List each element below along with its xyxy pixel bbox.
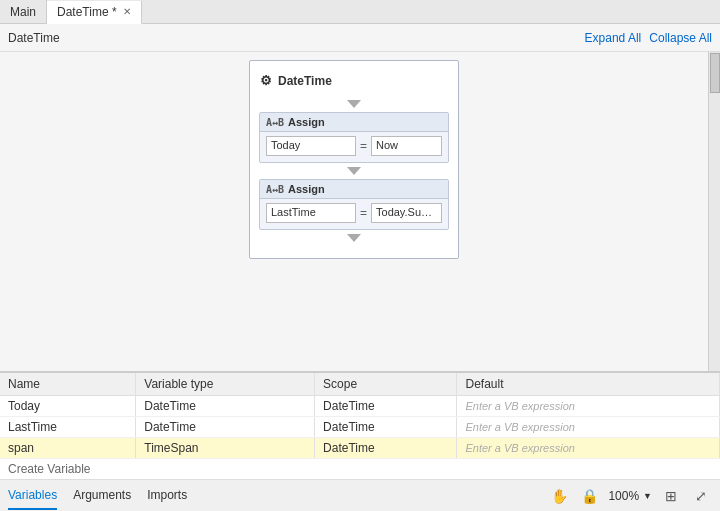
bottom-tabs: Variables Arguments Imports ✋ 🔒 100% ▼ ⊞… [0, 479, 720, 511]
design-header: DateTime Expand All Collapse All [0, 24, 720, 52]
var-default-placeholder: Enter a VB expression [465, 421, 574, 433]
variables-table: Name Variable type Scope Default TodayDa… [0, 373, 720, 459]
table-header-row: Name Variable type Scope Default [0, 373, 720, 396]
tab-main[interactable]: Main [0, 0, 47, 23]
container-header: ⚙ DateTime [250, 69, 342, 96]
assign-row-1: Today = Now [260, 132, 448, 156]
hand-tool-icon[interactable]: ✋ [548, 485, 570, 507]
zoom-controls: 100% ▼ [608, 489, 652, 503]
canvas-area: ⚙ DateTime A↔B Assign Today = Now [0, 52, 720, 372]
tab-arguments-label: Arguments [73, 488, 131, 502]
create-variable[interactable]: Create Variable [0, 459, 720, 479]
col-scope: Scope [315, 373, 457, 396]
assign-header-1: A↔B Assign [260, 113, 448, 132]
var-type: DateTime [136, 417, 315, 438]
arrow-down-1 [347, 100, 361, 108]
assign-label-2: Assign [288, 183, 325, 195]
scrollbar-thumb[interactable] [710, 53, 720, 93]
zoom-value: 100% [608, 489, 639, 503]
tab-variables[interactable]: Variables [8, 482, 57, 510]
breadcrumb: DateTime [8, 31, 60, 45]
table-row[interactable]: LastTimeDateTimeDateTimeEnter a VB expre… [0, 417, 720, 438]
assign-row-2: LastTime = Today.Subtract(s [260, 199, 448, 223]
var-name: span [0, 438, 136, 459]
fit-screen-icon[interactable]: ⊞ [660, 485, 682, 507]
assign-label-1: Assign [288, 116, 325, 128]
var-type: TimeSpan [136, 438, 315, 459]
col-default: Default [457, 373, 720, 396]
collapse-all-button[interactable]: Collapse All [649, 31, 712, 45]
assign-eq-1: = [360, 139, 367, 153]
assign-header-2: A↔B Assign [260, 180, 448, 199]
assign-icon-2: A↔B [266, 184, 284, 195]
expand-collapse-actions: Expand All Collapse All [585, 31, 712, 45]
container-title: DateTime [278, 74, 332, 88]
var-default[interactable]: Enter a VB expression [457, 417, 720, 438]
tab-arguments[interactable]: Arguments [73, 482, 131, 510]
assign-value-1[interactable]: Now [371, 136, 442, 156]
var-default[interactable]: Enter a VB expression [457, 438, 720, 459]
arrow-down-3 [347, 234, 361, 242]
var-scope: DateTime [315, 438, 457, 459]
table-row[interactable]: TodayDateTimeDateTimeEnter a VB expressi… [0, 396, 720, 417]
tab-main-label: Main [10, 5, 36, 19]
expand-all-button[interactable]: Expand All [585, 31, 642, 45]
var-scope: DateTime [315, 417, 457, 438]
canvas-scrollbar[interactable] [708, 52, 720, 371]
assign-variable-2[interactable]: LastTime [266, 203, 356, 223]
assign-block-1: A↔B Assign Today = Now [259, 112, 449, 163]
bottom-tabs-right: ✋ 🔒 100% ▼ ⊞ ⤢ [548, 485, 712, 507]
expand-view-icon[interactable]: ⤢ [690, 485, 712, 507]
datetime-container: ⚙ DateTime A↔B Assign Today = Now [249, 60, 459, 259]
bottom-panel: Name Variable type Scope Default TodayDa… [0, 372, 720, 479]
var-type: DateTime [136, 396, 315, 417]
zoom-dropdown-icon[interactable]: ▼ [643, 491, 652, 501]
assign-variable-1[interactable]: Today [266, 136, 356, 156]
gear-icon: ⚙ [260, 73, 272, 88]
var-name: LastTime [0, 417, 136, 438]
table-row[interactable]: spanTimeSpanDateTimeEnter a VB expressio… [0, 438, 720, 459]
col-type: Variable type [136, 373, 315, 396]
assign-block-2: A↔B Assign LastTime = Today.Subtract(s [259, 179, 449, 230]
close-tab-icon[interactable]: ✕ [123, 6, 131, 17]
lock-icon[interactable]: 🔒 [578, 485, 600, 507]
var-default[interactable]: Enter a VB expression [457, 396, 720, 417]
tab-variables-label: Variables [8, 488, 57, 502]
tab-datetime[interactable]: DateTime * ✕ [47, 1, 142, 24]
col-name: Name [0, 373, 136, 396]
var-default-placeholder: Enter a VB expression [465, 400, 574, 412]
tab-imports[interactable]: Imports [147, 482, 187, 510]
tab-imports-label: Imports [147, 488, 187, 502]
assign-eq-2: = [360, 206, 367, 220]
tab-datetime-label: DateTime * [57, 5, 117, 19]
var-default-placeholder: Enter a VB expression [465, 442, 574, 454]
bottom-tabs-left: Variables Arguments Imports [8, 482, 187, 510]
canvas-inner: ⚙ DateTime A↔B Assign Today = Now [0, 52, 708, 371]
var-scope: DateTime [315, 396, 457, 417]
assign-value-2[interactable]: Today.Subtract(s [371, 203, 442, 223]
assign-icon-1: A↔B [266, 117, 284, 128]
tabs-bar: Main DateTime * ✕ [0, 0, 720, 24]
arrow-down-2 [347, 167, 361, 175]
var-name: Today [0, 396, 136, 417]
